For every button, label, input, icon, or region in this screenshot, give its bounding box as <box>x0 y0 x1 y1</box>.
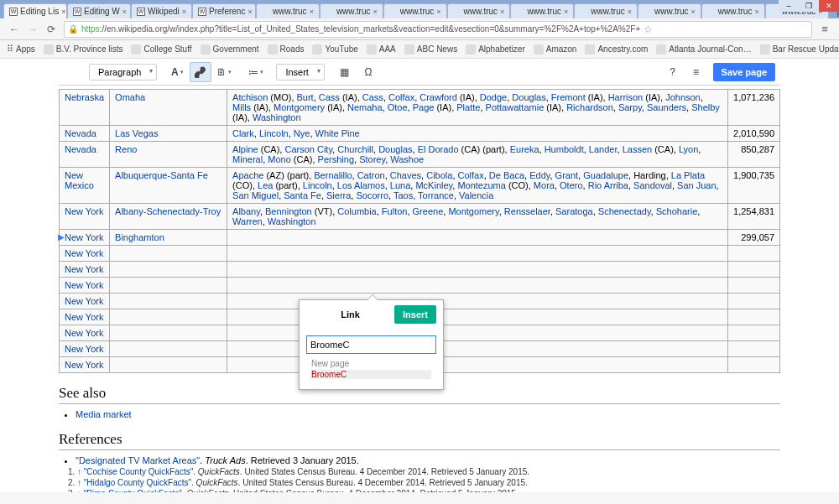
ref-up-icon[interactable]: ↑ <box>77 467 81 476</box>
state-link[interactable]: New York <box>65 248 103 258</box>
text-style-button[interactable]: A <box>166 62 188 82</box>
save-page-button[interactable]: Save page <box>713 63 775 81</box>
cite-button[interactable]: 🗎 <box>213 62 235 82</box>
back-button[interactable]: ← <box>5 20 23 39</box>
state-link[interactable]: New York <box>65 360 103 370</box>
page-options-button[interactable]: ≡ <box>685 62 707 82</box>
table-row[interactable]: New York <box>60 262 780 278</box>
suggestion-redlink[interactable]: BroomeC <box>311 370 431 379</box>
browser-tab[interactable]: WEditing Lis× <box>3 3 67 18</box>
table-row[interactable]: Nevada Las Vegas Clark, Lincoln, Nye, Wh… <box>60 126 780 142</box>
browser-tab[interactable]: www.truc× <box>320 3 383 18</box>
tab-close-icon[interactable]: × <box>436 8 440 16</box>
browser-tab[interactable]: WEditing W× <box>67 3 131 18</box>
link-button[interactable] <box>190 62 211 82</box>
city-link[interactable]: Albany-Schenectady-Troy <box>115 206 221 216</box>
window-minimize-button[interactable]: – <box>779 0 799 12</box>
link-target-input[interactable] <box>306 335 436 354</box>
ref-link[interactable]: "Cochise County QuickFacts" <box>84 467 193 476</box>
tab-close-icon[interactable]: × <box>628 8 632 16</box>
city-link[interactable]: Las Vegas <box>115 128 158 138</box>
city-link[interactable]: Reno <box>115 144 137 154</box>
table-row[interactable]: New Mexico Albuquerque-Santa Fe Apache (… <box>60 168 780 204</box>
counties-cell[interactable] <box>227 278 728 294</box>
bookmark-item[interactable]: AAA <box>367 44 396 55</box>
tab-close-icon[interactable]: × <box>373 8 377 16</box>
window-maximize-button[interactable]: ❐ <box>799 0 819 12</box>
ref-link[interactable]: "Designated TV Market Areas" <box>76 455 200 465</box>
tab-close-icon[interactable]: × <box>310 8 314 16</box>
state-link[interactable]: Nebraska <box>65 92 104 102</box>
city-link[interactable]: Albuquerque-Santa Fe <box>115 170 208 180</box>
state-link[interactable]: New York <box>65 264 103 274</box>
browser-tab[interactable]: www.truc× <box>574 3 638 18</box>
city-link[interactable]: Binghamton <box>115 232 164 242</box>
apps-button[interactable]: ⠿Apps <box>7 44 35 55</box>
table-row[interactable]: New York <box>60 246 780 262</box>
counties-cell[interactable] <box>227 262 728 278</box>
bookmark-item[interactable]: Ancestry.com <box>585 44 648 55</box>
state-link[interactable]: New Mexico <box>65 170 94 190</box>
forward-button[interactable]: → <box>23 20 42 39</box>
tab-close-icon[interactable]: × <box>691 8 696 16</box>
bookmark-item[interactable]: YouTube <box>312 44 357 55</box>
state-link[interactable]: Nevada <box>65 128 96 138</box>
see-also-link[interactable]: Media market <box>76 409 132 419</box>
tab-close-icon[interactable]: × <box>564 8 568 16</box>
table-row[interactable]: New York Albany-Schenectady-Troy Albany,… <box>60 204 780 230</box>
state-link[interactable]: New York <box>65 232 103 242</box>
bookmark-item[interactable]: B.V. Province lists <box>44 44 123 55</box>
counties-cell[interactable]: Apache (AZ) (part), Bernalillo, Catron, … <box>227 168 728 204</box>
table-button[interactable]: ▦ <box>334 62 356 82</box>
browser-tab[interactable]: www.truc× <box>701 3 765 18</box>
counties-cell[interactable]: Clark, Lincoln, Nye, White Pine <box>227 126 728 142</box>
chrome-menu-button[interactable]: ≡ <box>816 20 834 39</box>
table-row[interactable]: ▶New York Binghamton 299,057 <box>60 230 780 246</box>
table-row[interactable]: Nebraska Omaha Atchison (MO), Burt, Cass… <box>60 90 780 126</box>
bookmark-item[interactable]: Atlanta Journal-Con… <box>656 44 751 55</box>
insert-dropdown[interactable]: Insert <box>276 64 325 81</box>
counties-cell[interactable]: Albany, Bennington (VT), Columbia, Fulto… <box>227 204 728 230</box>
tab-close-icon[interactable]: × <box>122 8 127 16</box>
bookmark-item[interactable]: College Stuff <box>131 44 191 55</box>
paragraph-dropdown[interactable]: Paragraph <box>89 64 157 81</box>
ref-up-icon[interactable]: ↑ <box>77 478 81 487</box>
help-button[interactable]: ? <box>662 62 684 82</box>
special-char-button[interactable]: Ω <box>357 62 379 82</box>
counties-cell[interactable] <box>227 246 728 262</box>
bookmark-item[interactable]: ABC News <box>404 44 457 55</box>
tab-close-icon[interactable]: × <box>500 8 504 16</box>
counties-cell[interactable] <box>227 230 728 246</box>
state-link[interactable]: New York <box>65 280 103 290</box>
ref-up-icon[interactable]: ↑ <box>77 489 81 492</box>
bookmark-item[interactable]: Roads <box>268 44 305 55</box>
window-close-button[interactable]: ✕ <box>819 0 839 12</box>
state-link[interactable]: New York <box>65 206 103 216</box>
bookmark-item[interactable]: Bar Rescue Updates <box>760 44 839 55</box>
browser-tab[interactable]: www.truc× <box>256 3 320 18</box>
browser-tab[interactable]: WWikipedi× <box>131 3 192 18</box>
state-link[interactable]: New York <box>65 344 103 354</box>
bookmark-item[interactable]: Alphabetizer <box>466 44 525 55</box>
bookmark-star-icon[interactable]: ☆ <box>644 23 653 35</box>
browser-tab[interactable]: www.truc× <box>447 3 511 18</box>
state-link[interactable]: New York <box>65 296 103 306</box>
browser-tab[interactable]: www.truc× <box>383 3 447 18</box>
bookmark-item[interactable]: Government <box>201 44 259 55</box>
tab-close-icon[interactable]: × <box>754 8 758 16</box>
state-link[interactable]: Nevada <box>65 144 96 154</box>
city-link[interactable]: Omaha <box>115 92 145 102</box>
ref-link[interactable]: "Pima County QuickFacts" <box>84 489 182 492</box>
state-link[interactable]: New York <box>65 312 103 322</box>
browser-tab[interactable]: WPreferenc× <box>192 3 256 18</box>
browser-tab[interactable]: www.truc× <box>638 3 701 18</box>
tab-close-icon[interactable]: × <box>61 8 65 16</box>
tab-close-icon[interactable]: × <box>248 8 252 16</box>
page-content[interactable]: Paragraph A 🗎 ≔ Insert ▦ Ω ? ≡ Save page… <box>0 59 839 492</box>
reload-button[interactable]: ⟳ <box>42 20 60 39</box>
counties-cell[interactable]: Atchison (MO), Burt, Cass (IA), Cass, Co… <box>227 90 728 126</box>
popup-insert-button[interactable]: Insert <box>394 305 436 324</box>
state-link[interactable]: New York <box>65 328 103 338</box>
browser-tab[interactable]: www.truc× <box>510 3 574 18</box>
table-row[interactable]: Nevada Reno Alpine (CA), Carson City, Ch… <box>60 142 780 168</box>
